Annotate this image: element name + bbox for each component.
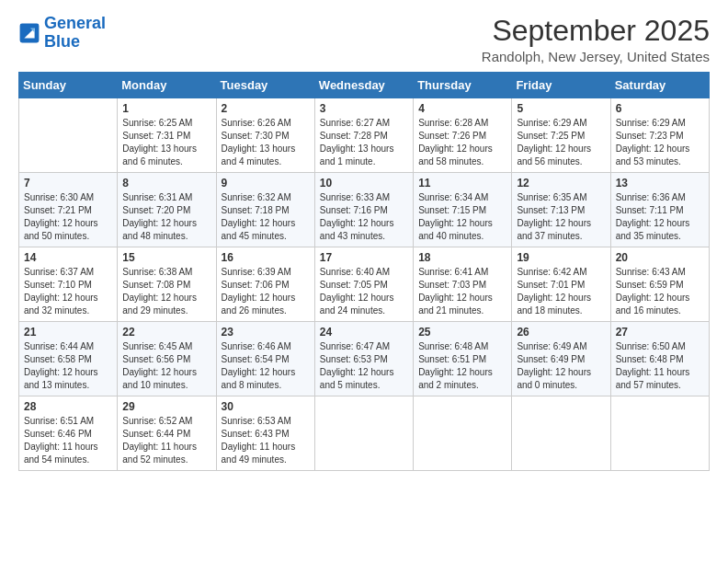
day-info: Sunrise: 6:44 AMSunset: 6:58 PMDaylight:…: [24, 340, 112, 392]
day-number: 8: [122, 177, 210, 190]
calendar-week-4: 28Sunrise: 6:51 AMSunset: 6:46 PMDayligh…: [19, 396, 710, 471]
day-number: 26: [517, 326, 605, 339]
day-info: Sunrise: 6:27 AMSunset: 7:28 PMDaylight:…: [320, 117, 408, 168]
day-info: Sunrise: 6:52 AMSunset: 6:44 PMDaylight:…: [122, 415, 210, 466]
day-number: 18: [418, 251, 506, 264]
calendar-cell: 7Sunrise: 6:30 AMSunset: 7:21 PMDaylight…: [19, 173, 118, 247]
day-info: Sunrise: 6:42 AMSunset: 7:01 PMDaylight:…: [517, 266, 605, 317]
calendar-cell: [610, 396, 709, 471]
calendar-cell: 30Sunrise: 6:53 AMSunset: 6:43 PMDayligh…: [216, 396, 314, 471]
calendar-week-0: 1Sunrise: 6:25 AMSunset: 7:31 PMDaylight…: [19, 98, 710, 173]
day-number: 30: [222, 400, 310, 413]
calendar-cell: 17Sunrise: 6:40 AMSunset: 7:05 PMDayligh…: [314, 247, 413, 322]
title-area: September 2025 Randolph, New Jersey, Uni…: [482, 15, 710, 64]
calendar-week-3: 21Sunrise: 6:44 AMSunset: 6:58 PMDayligh…: [19, 322, 710, 396]
calendar-cell: 22Sunrise: 6:45 AMSunset: 6:56 PMDayligh…: [118, 322, 216, 396]
main-title: September 2025: [482, 15, 710, 47]
day-number: 19: [517, 251, 605, 264]
day-info: Sunrise: 6:41 AMSunset: 7:03 PMDaylight:…: [418, 266, 506, 317]
day-number: 13: [616, 177, 704, 190]
logo-line1: General: [44, 14, 106, 32]
day-number: 24: [320, 326, 408, 339]
calendar-week-1: 7Sunrise: 6:30 AMSunset: 7:21 PMDaylight…: [19, 173, 710, 247]
day-number: 4: [418, 102, 506, 115]
calendar-cell: 26Sunrise: 6:49 AMSunset: 6:49 PMDayligh…: [512, 322, 610, 396]
calendar-cell: 10Sunrise: 6:33 AMSunset: 7:16 PMDayligh…: [314, 173, 413, 247]
day-info: Sunrise: 6:50 AMSunset: 6:48 PMDaylight:…: [616, 340, 704, 392]
day-number: 3: [320, 102, 408, 115]
calendar-cell: 28Sunrise: 6:51 AMSunset: 6:46 PMDayligh…: [19, 396, 118, 471]
calendar-cell: 23Sunrise: 6:46 AMSunset: 6:54 PMDayligh…: [216, 322, 314, 396]
day-info: Sunrise: 6:47 AMSunset: 6:53 PMDaylight:…: [320, 340, 408, 392]
calendar-cell: 8Sunrise: 6:31 AMSunset: 7:20 PMDaylight…: [118, 173, 216, 247]
day-number: 9: [222, 177, 310, 190]
day-info: Sunrise: 6:37 AMSunset: 7:10 PMDaylight:…: [24, 266, 112, 317]
day-number: 20: [616, 251, 704, 264]
day-info: Sunrise: 6:39 AMSunset: 7:06 PMDaylight:…: [222, 266, 310, 317]
logo-line2: Blue: [44, 32, 80, 51]
day-info: Sunrise: 6:25 AMSunset: 7:31 PMDaylight:…: [122, 117, 210, 168]
day-number: 1: [122, 102, 210, 115]
calendar-header-row: SundayMondayTuesdayWednesdayThursdayFrid…: [19, 73, 710, 98]
calendar-cell: 19Sunrise: 6:42 AMSunset: 7:01 PMDayligh…: [512, 247, 610, 322]
day-number: 22: [122, 326, 210, 339]
subtitle: Randolph, New Jersey, United States: [482, 49, 710, 64]
day-info: Sunrise: 6:49 AMSunset: 6:49 PMDaylight:…: [517, 340, 605, 392]
calendar-cell: [19, 98, 118, 173]
calendar-cell: [314, 396, 413, 471]
calendar-cell: 25Sunrise: 6:48 AMSunset: 6:51 PMDayligh…: [414, 322, 512, 396]
calendar-cell: 29Sunrise: 6:52 AMSunset: 6:44 PMDayligh…: [118, 396, 216, 471]
day-info: Sunrise: 6:38 AMSunset: 7:08 PMDaylight:…: [122, 266, 210, 317]
day-number: 11: [418, 177, 506, 190]
header-monday: Monday: [118, 73, 216, 98]
calendar-cell: 27Sunrise: 6:50 AMSunset: 6:48 PMDayligh…: [610, 322, 709, 396]
day-number: 6: [616, 102, 704, 115]
header-sunday: Sunday: [19, 73, 118, 98]
day-number: 16: [222, 251, 310, 264]
day-info: Sunrise: 6:40 AMSunset: 7:05 PMDaylight:…: [320, 266, 408, 317]
calendar-cell: 11Sunrise: 6:34 AMSunset: 7:15 PMDayligh…: [414, 173, 512, 247]
page: General Blue September 2025 Randolph, Ne…: [0, 0, 728, 563]
day-number: 25: [418, 326, 506, 339]
calendar-cell: 24Sunrise: 6:47 AMSunset: 6:53 PMDayligh…: [314, 322, 413, 396]
calendar-cell: 1Sunrise: 6:25 AMSunset: 7:31 PMDaylight…: [118, 98, 216, 173]
calendar-cell: [414, 396, 512, 471]
day-info: Sunrise: 6:34 AMSunset: 7:15 PMDaylight:…: [418, 191, 506, 243]
calendar-cell: 9Sunrise: 6:32 AMSunset: 7:18 PMDaylight…: [216, 173, 314, 247]
calendar-cell: 5Sunrise: 6:29 AMSunset: 7:25 PMDaylight…: [512, 98, 610, 173]
day-info: Sunrise: 6:48 AMSunset: 6:51 PMDaylight:…: [418, 340, 506, 392]
day-info: Sunrise: 6:30 AMSunset: 7:21 PMDaylight:…: [24, 191, 112, 243]
day-info: Sunrise: 6:33 AMSunset: 7:16 PMDaylight:…: [320, 191, 408, 243]
header-friday: Friday: [512, 73, 610, 98]
calendar: SundayMondayTuesdayWednesdayThursdayFrid…: [18, 72, 710, 471]
day-number: 14: [24, 251, 112, 264]
calendar-cell: 2Sunrise: 6:26 AMSunset: 7:30 PMDaylight…: [216, 98, 314, 173]
calendar-cell: 3Sunrise: 6:27 AMSunset: 7:28 PMDaylight…: [314, 98, 413, 173]
logo: General Blue: [18, 15, 106, 52]
calendar-cell: 4Sunrise: 6:28 AMSunset: 7:26 PMDaylight…: [414, 98, 512, 173]
calendar-cell: 14Sunrise: 6:37 AMSunset: 7:10 PMDayligh…: [19, 247, 118, 322]
day-info: Sunrise: 6:31 AMSunset: 7:20 PMDaylight:…: [122, 191, 210, 243]
header-thursday: Thursday: [414, 73, 512, 98]
day-info: Sunrise: 6:35 AMSunset: 7:13 PMDaylight:…: [517, 191, 605, 243]
header-saturday: Saturday: [610, 73, 709, 98]
day-info: Sunrise: 6:29 AMSunset: 7:25 PMDaylight:…: [517, 117, 605, 168]
day-info: Sunrise: 6:53 AMSunset: 6:43 PMDaylight:…: [222, 415, 310, 466]
logo-text: General Blue: [44, 15, 106, 52]
logo-icon: [18, 22, 40, 44]
day-number: 15: [122, 251, 210, 264]
day-number: 5: [517, 102, 605, 115]
day-number: 17: [320, 251, 408, 264]
calendar-cell: 13Sunrise: 6:36 AMSunset: 7:11 PMDayligh…: [610, 173, 709, 247]
header-tuesday: Tuesday: [216, 73, 314, 98]
day-number: 10: [320, 177, 408, 190]
calendar-cell: 15Sunrise: 6:38 AMSunset: 7:08 PMDayligh…: [118, 247, 216, 322]
header-wednesday: Wednesday: [314, 73, 413, 98]
day-info: Sunrise: 6:45 AMSunset: 6:56 PMDaylight:…: [122, 340, 210, 392]
day-number: 2: [222, 102, 310, 115]
day-number: 29: [122, 400, 210, 413]
day-number: 27: [616, 326, 704, 339]
day-info: Sunrise: 6:43 AMSunset: 6:59 PMDaylight:…: [616, 266, 704, 317]
calendar-week-2: 14Sunrise: 6:37 AMSunset: 7:10 PMDayligh…: [19, 247, 710, 322]
calendar-cell: 18Sunrise: 6:41 AMSunset: 7:03 PMDayligh…: [414, 247, 512, 322]
